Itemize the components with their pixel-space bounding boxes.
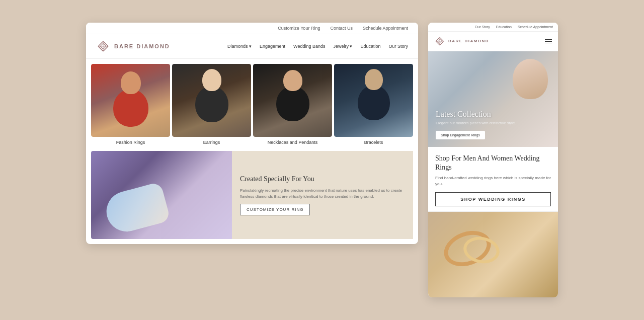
hamburger-line-1: [545, 39, 552, 40]
gallery-item-bracelets[interactable]: Bracelets: [334, 64, 413, 145]
bottom-title: Created Specially For You: [240, 175, 405, 184]
hamburger-line-3: [545, 43, 552, 44]
schedule-appointment-link[interactable]: Schedule Appointment: [363, 26, 408, 31]
mobile-wedding-description: Find hand-crafted wedding rings here whi…: [435, 175, 551, 187]
necklaces-image: [253, 64, 332, 137]
nav-links: Diamonds ▾ Engagement Wedding Bands Jewe…: [227, 44, 408, 49]
mobile-logo: BARE DIAMOND: [434, 36, 489, 47]
nav-jewelry[interactable]: Jewelry ▾: [333, 44, 352, 49]
mobile-our-story-link[interactable]: Our Story: [475, 25, 490, 29]
hamburger-menu[interactable]: [545, 39, 552, 44]
mobile-hero: Latest Collection Elegant but modern pie…: [428, 51, 558, 147]
mobile-top-bar: Our Story Education Schedule Appointment: [428, 23, 558, 32]
nav-education[interactable]: Education: [360, 44, 380, 49]
customize-ring-button[interactable]: CUSTOMIZE YOUR RING: [240, 204, 310, 215]
logo-text: BARE DIAMOND: [114, 43, 170, 49]
contact-us-link[interactable]: Contact Us: [330, 26, 353, 31]
earrings-image: [172, 64, 251, 137]
product-gallery: Fashion Rings Earrings Necklaces and Pen…: [86, 59, 418, 147]
hamburger-line-2: [545, 41, 552, 42]
bottom-jewelry-image: [91, 151, 232, 239]
mobile-hero-title: Latest Collection: [436, 110, 550, 119]
mobile-hero-description: Elegant but modern pieces with distincti…: [436, 121, 550, 125]
mobile-logo-text: BARE DIAMOND: [448, 39, 489, 43]
mobile-ring-photo-image: [428, 212, 558, 297]
logo: BARE DIAMOND: [96, 39, 170, 53]
desktop-bottom-section: Created Specially For You Painstakingly …: [91, 151, 413, 239]
necklaces-label: Necklaces and Pendants: [268, 140, 318, 145]
desktop-top-bar: Customize Your Ring Contact Us Schedule …: [86, 23, 418, 34]
mobile-wedding-title: Shop For Men And Women Wedding Rings: [435, 154, 551, 172]
gallery-item-necklaces[interactable]: Necklaces and Pendants: [253, 64, 332, 145]
desktop-nav: BARE DIAMOND Diamonds ▾ Engagement Weddi…: [86, 34, 418, 59]
mobile-hero-overlay: Latest Collection Elegant but modern pie…: [436, 110, 550, 139]
gallery-item-fashion[interactable]: Fashion Rings: [91, 64, 170, 145]
gallery-item-earrings[interactable]: Earrings: [172, 64, 251, 145]
mobile-ring-photo: [428, 212, 558, 297]
bottom-text-box: Created Specially For You Painstakingly …: [232, 151, 413, 239]
page-container: Customize Your Ring Contact Us Schedule …: [76, 13, 568, 307]
nav-diamonds[interactable]: Diamonds ▾: [227, 44, 252, 49]
logo-icon: [96, 39, 110, 53]
mobile-logo-icon: [434, 36, 445, 47]
bracelets-image: [334, 64, 413, 137]
desktop-mockup: Customize Your Ring Contact Us Schedule …: [86, 23, 418, 244]
nav-engagement[interactable]: Engagement: [260, 44, 285, 49]
earrings-label: Earrings: [203, 140, 220, 145]
shop-wedding-rings-button[interactable]: SHOP WEDDING RINGS: [435, 192, 551, 206]
shop-engagement-button[interactable]: Shop Engagement Rings: [436, 131, 485, 139]
mobile-mockup: Our Story Education Schedule Appointment…: [428, 23, 558, 297]
bottom-description: Painstakingly recreating the precise env…: [240, 188, 405, 200]
nav-wedding-bands[interactable]: Wedding Bands: [293, 44, 325, 49]
mobile-schedule-link[interactable]: Schedule Appointment: [518, 25, 553, 29]
customize-ring-link[interactable]: Customize Your Ring: [278, 26, 320, 31]
fashion-rings-label: Fashion Rings: [116, 140, 145, 145]
mobile-education-link[interactable]: Education: [496, 25, 512, 29]
bracelets-label: Bracelets: [364, 140, 383, 145]
nav-our-story[interactable]: Our Story: [388, 44, 408, 49]
mobile-nav: BARE DIAMOND: [428, 32, 558, 51]
mobile-wedding-section: Shop For Men And Women Wedding Rings Fin…: [428, 147, 558, 212]
fashion-rings-image: [91, 64, 170, 137]
